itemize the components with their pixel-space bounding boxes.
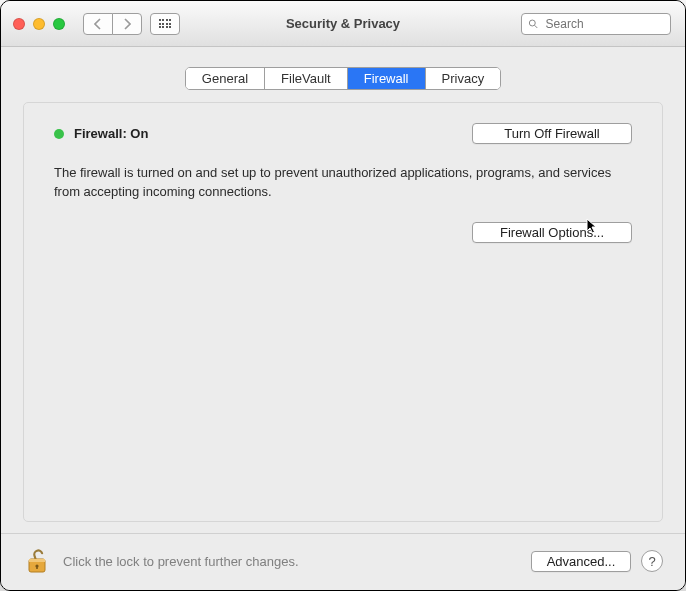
minimize-icon[interactable]: [33, 18, 45, 30]
close-icon[interactable]: [13, 18, 25, 30]
search-input[interactable]: [544, 16, 664, 32]
back-button[interactable]: [83, 13, 113, 35]
titlebar: Security & Privacy: [1, 1, 685, 47]
svg-point-0: [529, 20, 535, 26]
tab-filevault[interactable]: FileVault: [265, 68, 348, 89]
firewall-description: The firewall is turned on and set up to …: [54, 164, 614, 202]
turn-off-firewall-button[interactable]: Turn Off Firewall: [472, 123, 632, 144]
nav-buttons: [83, 13, 142, 35]
tab-general[interactable]: General: [186, 68, 265, 89]
lock-button[interactable]: [23, 546, 51, 576]
firewall-options-button[interactable]: Firewall Options...: [472, 222, 632, 243]
window-controls: [13, 18, 65, 30]
firewall-panel: Firewall: On Turn Off Firewall The firew…: [23, 102, 663, 522]
status-row: Firewall: On Turn Off Firewall: [54, 123, 632, 144]
lock-hint-text: Click the lock to prevent further change…: [63, 554, 299, 569]
grid-icon: [159, 19, 172, 28]
svg-rect-3: [29, 559, 45, 562]
search-field[interactable]: [521, 13, 671, 35]
tab-privacy[interactable]: Privacy: [426, 68, 501, 89]
unlock-icon: [25, 547, 49, 575]
svg-line-1: [535, 25, 538, 28]
advanced-button[interactable]: Advanced...: [531, 551, 631, 572]
firewall-status-label: Firewall: On: [74, 126, 148, 141]
forward-button[interactable]: [112, 13, 142, 35]
status-indicator-icon: [54, 129, 64, 139]
tab-firewall[interactable]: Firewall: [348, 68, 426, 89]
tab-bar: General FileVault Firewall Privacy: [1, 67, 685, 90]
search-icon: [528, 18, 539, 30]
show-all-button[interactable]: [150, 13, 180, 35]
chevron-right-icon: [123, 18, 131, 30]
help-button[interactable]: ?: [641, 550, 663, 572]
preferences-window: Security & Privacy General FileVault Fir…: [0, 0, 686, 591]
chevron-left-icon: [94, 18, 102, 30]
footer: Click the lock to prevent further change…: [1, 533, 685, 590]
svg-rect-5: [36, 566, 38, 569]
zoom-icon[interactable]: [53, 18, 65, 30]
